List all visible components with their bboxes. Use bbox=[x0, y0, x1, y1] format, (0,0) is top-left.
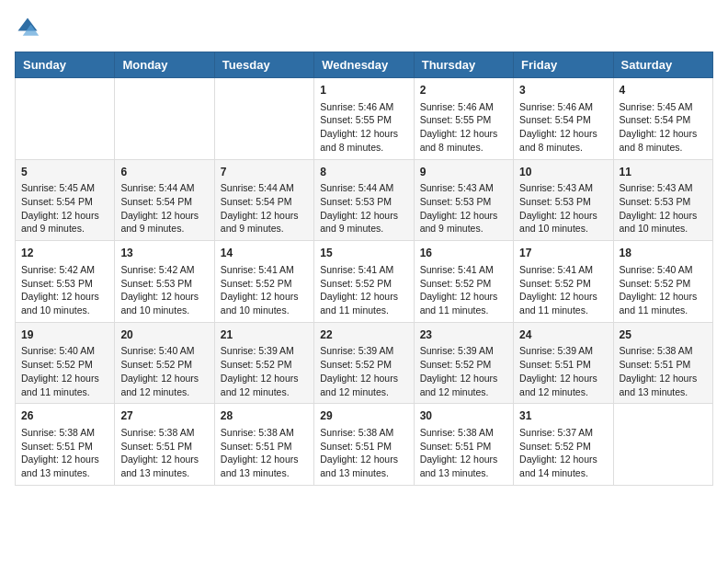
day-number: 31 bbox=[519, 408, 607, 424]
day-info: Daylight: 12 hours bbox=[519, 290, 607, 304]
calendar-cell: 10Sunrise: 5:43 AMSunset: 5:53 PMDayligh… bbox=[514, 159, 613, 241]
calendar-cell: 11Sunrise: 5:43 AMSunset: 5:53 PMDayligh… bbox=[613, 159, 712, 241]
day-info: Daylight: 12 hours bbox=[320, 127, 407, 141]
day-info: Sunset: 5:53 PM bbox=[620, 195, 707, 209]
day-number: 7 bbox=[221, 165, 308, 180]
day-info: Sunset: 5:51 PM bbox=[519, 358, 607, 372]
day-number: 12 bbox=[21, 246, 108, 261]
day-info: Daylight: 12 hours bbox=[519, 209, 607, 223]
day-info: Sunrise: 5:40 AM bbox=[21, 344, 108, 358]
day-info: Sunset: 5:54 PM bbox=[221, 195, 308, 209]
day-info: Sunrise: 5:38 AM bbox=[620, 344, 707, 358]
day-info: Sunrise: 5:39 AM bbox=[420, 344, 507, 358]
day-number: 2 bbox=[420, 83, 507, 98]
day-number: 24 bbox=[519, 327, 607, 343]
day-info: Sunset: 5:53 PM bbox=[120, 277, 208, 291]
column-header-tuesday: Tuesday bbox=[214, 52, 313, 78]
day-info: Daylight: 12 hours bbox=[221, 209, 308, 223]
day-info: and 9 minutes. bbox=[420, 222, 507, 236]
day-info: Sunrise: 5:38 AM bbox=[21, 426, 108, 440]
day-info: Daylight: 12 hours bbox=[519, 127, 607, 141]
day-info: and 12 minutes. bbox=[221, 385, 308, 399]
day-info: Daylight: 12 hours bbox=[120, 453, 208, 466]
calendar-cell bbox=[214, 78, 313, 160]
day-info: and 10 minutes. bbox=[620, 222, 707, 236]
day-info: Sunset: 5:55 PM bbox=[320, 113, 407, 127]
day-number: 15 bbox=[320, 246, 407, 261]
day-info: and 8 minutes. bbox=[519, 141, 607, 155]
calendar-cell: 8Sunrise: 5:44 AMSunset: 5:53 PMDaylight… bbox=[314, 159, 414, 241]
day-info: Daylight: 12 hours bbox=[120, 209, 208, 223]
day-info: Sunrise: 5:40 AM bbox=[620, 263, 707, 277]
day-info: Sunset: 5:52 PM bbox=[519, 440, 607, 454]
day-info: and 12 minutes. bbox=[519, 385, 607, 399]
day-info: Sunrise: 5:38 AM bbox=[120, 426, 208, 440]
day-info: Daylight: 12 hours bbox=[21, 209, 108, 223]
day-info: and 12 minutes. bbox=[320, 385, 407, 399]
day-info: Sunset: 5:51 PM bbox=[21, 440, 108, 454]
logo bbox=[15, 15, 44, 40]
day-number: 29 bbox=[320, 408, 407, 424]
day-number: 3 bbox=[519, 83, 607, 98]
day-info: Sunrise: 5:38 AM bbox=[420, 426, 507, 440]
calendar-cell: 4Sunrise: 5:45 AMSunset: 5:54 PMDaylight… bbox=[613, 78, 712, 160]
calendar-cell bbox=[613, 404, 712, 486]
day-info: Daylight: 12 hours bbox=[21, 290, 108, 304]
day-info: Sunrise: 5:46 AM bbox=[420, 100, 507, 114]
day-info: and 11 minutes. bbox=[519, 304, 607, 317]
day-info: Sunset: 5:52 PM bbox=[420, 277, 507, 291]
day-number: 28 bbox=[221, 408, 308, 424]
calendar-cell bbox=[115, 78, 214, 160]
day-number: 6 bbox=[120, 165, 208, 180]
day-info: Daylight: 12 hours bbox=[320, 290, 407, 304]
calendar-cell: 31Sunrise: 5:37 AMSunset: 5:52 PMDayligh… bbox=[514, 404, 613, 486]
calendar-table: SundayMondayTuesdayWednesdayThursdayFrid… bbox=[15, 52, 713, 486]
day-info: Sunrise: 5:46 AM bbox=[320, 100, 407, 114]
calendar-week-row: 19Sunrise: 5:40 AMSunset: 5:52 PMDayligh… bbox=[16, 322, 713, 404]
day-info: Daylight: 12 hours bbox=[420, 453, 507, 466]
day-info: and 8 minutes. bbox=[620, 141, 707, 155]
day-info: Sunset: 5:52 PM bbox=[320, 358, 407, 372]
day-info: Daylight: 12 hours bbox=[420, 209, 507, 223]
day-number: 5 bbox=[21, 165, 108, 180]
day-info: Daylight: 12 hours bbox=[120, 290, 208, 304]
day-info: Sunset: 5:52 PM bbox=[320, 277, 407, 291]
day-info: and 9 minutes. bbox=[21, 222, 108, 236]
day-number: 9 bbox=[420, 165, 507, 180]
calendar-cell: 2Sunrise: 5:46 AMSunset: 5:55 PMDaylight… bbox=[414, 78, 513, 160]
day-info: Daylight: 12 hours bbox=[620, 127, 707, 141]
day-info: and 11 minutes. bbox=[620, 304, 707, 317]
day-number: 19 bbox=[21, 327, 108, 343]
day-info: Sunset: 5:51 PM bbox=[320, 440, 407, 454]
calendar-cell: 26Sunrise: 5:38 AMSunset: 5:51 PMDayligh… bbox=[16, 404, 115, 486]
day-info: Sunrise: 5:37 AM bbox=[519, 426, 607, 440]
day-info: Sunrise: 5:41 AM bbox=[420, 263, 507, 277]
day-info: Daylight: 12 hours bbox=[420, 127, 507, 141]
calendar-cell: 21Sunrise: 5:39 AMSunset: 5:52 PMDayligh… bbox=[214, 322, 313, 404]
column-header-thursday: Thursday bbox=[414, 52, 513, 78]
day-info: Sunrise: 5:45 AM bbox=[620, 100, 707, 114]
calendar-cell: 5Sunrise: 5:45 AMSunset: 5:54 PMDaylight… bbox=[16, 159, 115, 241]
day-number: 21 bbox=[221, 327, 308, 343]
calendar-cell: 22Sunrise: 5:39 AMSunset: 5:52 PMDayligh… bbox=[314, 322, 414, 404]
day-number: 14 bbox=[221, 246, 308, 261]
day-info: Sunset: 5:54 PM bbox=[519, 113, 607, 127]
day-info: Sunset: 5:51 PM bbox=[221, 440, 308, 454]
day-info: Sunrise: 5:39 AM bbox=[221, 344, 308, 358]
page-header bbox=[15, 15, 713, 40]
column-header-wednesday: Wednesday bbox=[314, 52, 414, 78]
day-info: Daylight: 12 hours bbox=[221, 372, 308, 385]
day-info: Sunrise: 5:39 AM bbox=[519, 344, 607, 358]
day-info: Sunset: 5:53 PM bbox=[420, 195, 507, 209]
day-info: and 9 minutes. bbox=[120, 222, 208, 236]
day-info: Sunset: 5:55 PM bbox=[420, 113, 507, 127]
day-info: Sunrise: 5:46 AM bbox=[519, 100, 607, 114]
day-number: 17 bbox=[519, 246, 607, 261]
calendar-cell: 30Sunrise: 5:38 AMSunset: 5:51 PMDayligh… bbox=[414, 404, 513, 486]
calendar-cell: 23Sunrise: 5:39 AMSunset: 5:52 PMDayligh… bbox=[414, 322, 513, 404]
day-number: 27 bbox=[120, 408, 208, 424]
calendar-cell: 20Sunrise: 5:40 AMSunset: 5:52 PMDayligh… bbox=[115, 322, 214, 404]
day-info: Sunset: 5:52 PM bbox=[221, 277, 308, 291]
day-number: 18 bbox=[620, 246, 707, 261]
day-info: Sunset: 5:53 PM bbox=[320, 195, 407, 209]
